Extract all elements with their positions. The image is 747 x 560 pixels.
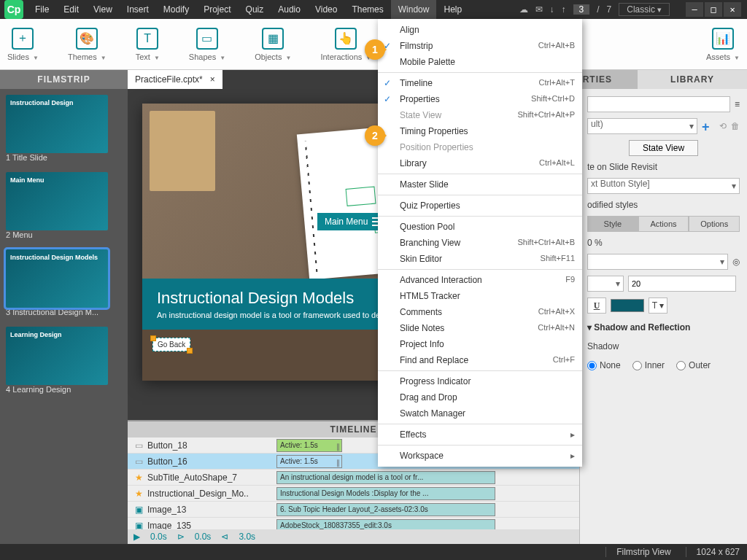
- menu-item-branching-view[interactable]: Branching ViewShift+Ctrl+Alt+B: [378, 235, 582, 251]
- delete-icon[interactable]: 🗑: [731, 121, 740, 131]
- tab-options[interactable]: Options: [689, 216, 740, 232]
- menu-item-quiz-properties[interactable]: Quiz Properties: [378, 198, 582, 214]
- menu-item-slide-notes[interactable]: Slide NotesCtrl+Alt+N: [378, 320, 582, 336]
- page-current[interactable]: 3: [573, 4, 590, 15]
- end-icon[interactable]: ⊲: [221, 532, 228, 542]
- menu-themes[interactable]: Themes: [344, 0, 390, 19]
- num-input[interactable]: [628, 276, 736, 292]
- menu-item-effects[interactable]: Effects▸: [378, 427, 582, 443]
- go-back-button[interactable]: Go Back: [152, 338, 190, 351]
- workspace-selector[interactable]: Classic ▾: [619, 3, 670, 16]
- add-style-button[interactable]: +: [702, 120, 715, 133]
- retain-state-label: te on Slide Revisit: [587, 162, 740, 172]
- style-select[interactable]: ult): [587, 118, 697, 134]
- menu-item-skin-editor[interactable]: Skin EditorShift+F11: [378, 251, 582, 267]
- mail-icon[interactable]: ✉: [535, 4, 543, 15]
- menu-item-project-info[interactable]: Project Info: [378, 336, 582, 352]
- upload-icon[interactable]: ↑: [562, 4, 566, 15]
- menu-item-align[interactable]: Align: [378, 22, 582, 38]
- menu-file[interactable]: File: [28, 0, 56, 19]
- slide-thumb[interactable]: Learning Design: [6, 327, 108, 385]
- underline-button[interactable]: U: [587, 298, 606, 314]
- style-select-2[interactable]: [587, 254, 728, 270]
- status-view: Filmstrip View: [605, 547, 670, 557]
- thumb-label: 3 Instructional Design M...: [6, 308, 122, 316]
- window-menu-dropdown: Align✓FilmstripCtrl+Alt+BMobile Palette✓…: [378, 19, 582, 467]
- cloud-sync-icon[interactable]: ◎: [732, 257, 740, 267]
- menu-item-advanced-interaction[interactable]: Advanced InteractionF9: [378, 272, 582, 288]
- menu-item-library[interactable]: LibraryCtrl+Alt+L: [378, 155, 582, 171]
- tab-library[interactable]: LIBRARY: [638, 70, 747, 89]
- reset-icon[interactable]: ⟲: [719, 121, 727, 131]
- percent-label: 0 %: [587, 238, 740, 248]
- menu-item-timing-properties[interactable]: Timing Properties: [378, 123, 582, 139]
- menu-icon[interactable]: ≡: [735, 99, 740, 109]
- slide-thumb[interactable]: Instructional Design: [6, 95, 108, 153]
- maximize-button[interactable]: □: [705, 2, 722, 17]
- slide-thumb[interactable]: Main Menu: [6, 172, 108, 230]
- menu-project[interactable]: Project: [196, 0, 238, 19]
- timeline-row[interactable]: ★SubTitle_AutoShape_7An instructional de…: [128, 470, 579, 486]
- ribbon-text[interactable]: TText ▼: [136, 28, 160, 61]
- menu-item-question-pool[interactable]: Question Pool: [378, 219, 582, 235]
- menu-item-master-slide[interactable]: Master Slide: [378, 176, 582, 192]
- menu-item-timeline[interactable]: ✓TimelineCtrl+Alt+T: [378, 75, 582, 91]
- ribbon-slides[interactable]: ＋Slides ▼: [7, 28, 39, 61]
- shadow-inner[interactable]: Inner: [632, 360, 665, 370]
- object-name-input[interactable]: [587, 96, 730, 112]
- text-format-button[interactable]: T ▾: [649, 298, 667, 314]
- menu-item-mobile-palette[interactable]: Mobile Palette: [378, 54, 582, 70]
- tab-actions[interactable]: Actions: [638, 216, 689, 232]
- ribbon-interactions[interactable]: 👆Interactions ▼: [320, 28, 371, 61]
- play-icon[interactable]: ▶: [133, 532, 140, 542]
- timeline-row[interactable]: ★Instructional_Design_Mo..Instructional …: [128, 486, 579, 502]
- menu-insert[interactable]: Insert: [120, 0, 156, 19]
- menu-item-html5-tracker[interactable]: HTML5 Tracker: [378, 288, 582, 304]
- timeline-row[interactable]: ▣Image_135AdobeStock_180837355_edit:3.0s: [128, 518, 579, 529]
- menu-item-swatch-manager[interactable]: Swatch Manager: [378, 405, 582, 421]
- state-view-button[interactable]: State View: [629, 140, 698, 156]
- menu-audio[interactable]: Audio: [271, 0, 308, 19]
- timeline-row[interactable]: ▣Image_136. Sub Topic Header Layout_2-as…: [128, 502, 579, 518]
- menu-help[interactable]: Help: [436, 0, 469, 19]
- color-swatch[interactable]: [611, 299, 644, 312]
- shadow-section-header[interactable]: ▾ Shadow and Reflection: [587, 319, 740, 335]
- download-icon[interactable]: ↓: [550, 4, 554, 15]
- tab-filmstrip[interactable]: FILMSTRIP: [0, 70, 128, 89]
- menu-modify[interactable]: Modify: [156, 0, 196, 19]
- menu-view[interactable]: View: [86, 0, 120, 19]
- menu-edit[interactable]: Edit: [56, 0, 86, 19]
- tabbar: FILMSTRIP PracticeFile.cptx*× PROPERTIES…: [0, 70, 747, 89]
- menu-quiz[interactable]: Quiz: [239, 0, 271, 19]
- menu-item-position-properties: Position Properties: [378, 139, 582, 155]
- menubar: FileEditViewInsertModifyProjectQuizAudio…: [28, 0, 469, 19]
- ribbon-themes[interactable]: 🎨Themes ▼: [68, 28, 107, 61]
- minimize-button[interactable]: —: [686, 2, 703, 17]
- menu-window[interactable]: Window: [391, 0, 437, 19]
- menu-item-drag-and-drop[interactable]: Drag and Drop: [378, 389, 582, 405]
- filmstrip-panel: Instructional Design1 Title SlideMain Me…: [0, 89, 128, 544]
- ribbon-objects[interactable]: ▦Objects ▼: [255, 28, 291, 61]
- menu-item-properties[interactable]: ✓PropertiesShift+Ctrl+D: [378, 91, 582, 107]
- cloud-icon[interactable]: ☁: [519, 4, 528, 15]
- menu-item-filmstrip[interactable]: ✓FilmstripCtrl+Alt+B: [378, 38, 582, 54]
- playhead-icon[interactable]: ⊳: [177, 532, 185, 542]
- ribbon-assets[interactable]: 📊Assets ▼: [706, 28, 740, 61]
- menu-item-find-and-replace[interactable]: Find and ReplaceCtrl+F: [378, 352, 582, 368]
- ribbon-shapes[interactable]: ▭Shapes ▼: [189, 28, 225, 61]
- shadow-outer[interactable]: Outer: [676, 360, 711, 370]
- button-style-select[interactable]: xt Button Style]: [587, 178, 740, 194]
- close-tab-icon[interactable]: ×: [210, 70, 215, 89]
- tab-style[interactable]: Style: [587, 216, 638, 232]
- menu-video[interactable]: Video: [308, 0, 344, 19]
- size-select[interactable]: [587, 276, 624, 292]
- tab-document[interactable]: PracticeFile.cptx*×: [128, 70, 222, 89]
- callout-2: 2: [365, 125, 385, 146]
- menu-item-progress-indicator[interactable]: Progress Indicator: [378, 373, 582, 389]
- notebook-prop: [150, 111, 215, 191]
- menu-item-workspace[interactable]: Workspace▸: [378, 448, 582, 464]
- close-button[interactable]: ✕: [724, 2, 741, 17]
- slide-thumb[interactable]: Instructional Design Models: [6, 249, 108, 308]
- menu-item-comments[interactable]: CommentsCtrl+Alt+X: [378, 304, 582, 320]
- shadow-none[interactable]: None: [587, 360, 621, 370]
